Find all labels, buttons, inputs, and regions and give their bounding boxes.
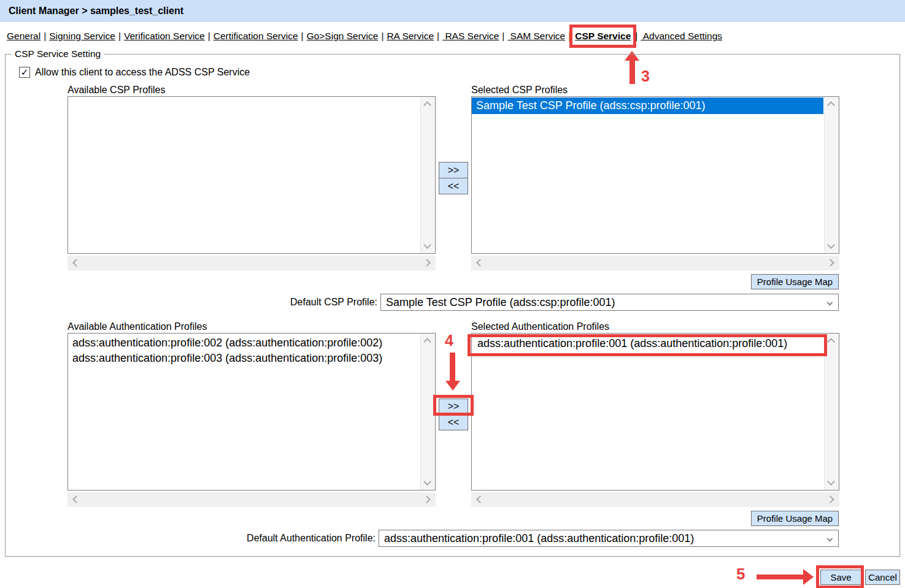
annotation-arrow-right — [803, 569, 814, 585]
scroll-left-icon[interactable] — [476, 259, 484, 267]
default-auth-profile-select[interactable]: adss:authentication:profile:001 (adss:au… — [379, 530, 839, 547]
scroll-up-icon[interactable] — [423, 338, 431, 346]
horizontal-scrollbar[interactable] — [471, 492, 839, 507]
nav-link-gosign-service[interactable]: Go>Sign Service — [307, 31, 379, 42]
scroll-right-icon[interactable] — [423, 259, 431, 267]
nav-separator: | — [434, 31, 442, 42]
annotation-arrow-right-shaft — [757, 575, 804, 579]
nav-separator: | — [298, 31, 307, 42]
list-item[interactable]: adss:authentication:profile:001 (adss:au… — [472, 335, 839, 352]
scroll-left-icon[interactable] — [72, 495, 80, 503]
chevron-down-icon — [827, 300, 833, 306]
scroll-down-icon[interactable] — [827, 241, 835, 249]
available-csp-profiles-label: Available CSP Profiles — [67, 85, 166, 96]
checkmark-icon: ✓ — [21, 67, 29, 77]
scroll-up-icon[interactable] — [423, 101, 431, 109]
nav-separator: | — [115, 31, 124, 42]
list-item[interactable]: adss:authentication:profile:002 (adss:au… — [68, 335, 435, 351]
default-auth-profile-label: Default Authentication Profile: — [202, 533, 375, 544]
selected-csp-profiles-label: Selected CSP Profiles — [471, 85, 568, 96]
csp-profile-usage-map-button[interactable]: Profile Usage Map — [751, 274, 839, 289]
nav-separator: | — [378, 31, 387, 42]
nav-link-certification-service[interactable]: Certification Service — [214, 31, 298, 42]
nav-link-ras-service[interactable]: RAS Service — [442, 31, 499, 42]
annotation-arrow-down — [445, 381, 460, 391]
vertical-scrollbar[interactable] — [420, 97, 435, 253]
selected-auth-profiles-label: Selected Authentication Profiles — [471, 321, 609, 332]
available-csp-profiles-listbox[interactable] — [67, 96, 436, 254]
selected-csp-profiles-listbox[interactable]: Sample Test CSP Profile (adss:csp:profil… — [471, 96, 839, 254]
csp-move-left-button[interactable]: << — [439, 178, 468, 194]
list-item[interactable]: Sample Test CSP Profile (adss:csp:profil… — [472, 97, 823, 114]
nav-separator: | — [632, 31, 641, 42]
header-bar: Client Manager > samples_test_client — [0, 0, 905, 22]
scroll-right-icon[interactable] — [826, 495, 834, 503]
vertical-scrollbar[interactable] — [824, 334, 839, 490]
scroll-left-icon[interactable] — [72, 259, 80, 267]
allow-csp-checkbox[interactable]: ✓ — [19, 67, 30, 78]
csp-move-right-button[interactable]: >> — [439, 162, 468, 178]
auth-move-left-button[interactable]: << — [439, 414, 468, 430]
scroll-right-icon[interactable] — [423, 495, 431, 503]
allow-csp-checkbox-label: Allow this client to access the ADSS CSP… — [35, 67, 250, 78]
fieldset-legend: CSP Service Setting — [12, 48, 104, 59]
available-auth-profiles-label: Available Authentication Profiles — [67, 321, 207, 332]
nav-link-csp-service[interactable]: CSP Service — [569, 25, 636, 48]
nav-separator: | — [499, 31, 507, 42]
horizontal-scrollbar[interactable] — [67, 256, 436, 270]
default-csp-profile-value: Sample Test CSP Profile (adss:csp:profil… — [386, 296, 615, 308]
nav-link-signing-service[interactable]: Signing Service — [49, 31, 115, 42]
list-item[interactable]: adss:authentication:profile:003 (adss:au… — [68, 351, 435, 366]
cancel-button[interactable]: Cancel — [865, 570, 900, 585]
vertical-scrollbar[interactable] — [420, 334, 435, 490]
annotation-step-4: 4 — [445, 332, 453, 349]
default-csp-profile-label: Default CSP Profile: — [242, 297, 377, 308]
scroll-down-icon[interactable] — [827, 478, 835, 486]
annotation-arrow-down-shaft — [450, 353, 455, 381]
scroll-up-icon[interactable] — [827, 338, 835, 346]
nav-link-ra-service[interactable]: RA Service — [387, 31, 434, 42]
scroll-up-icon[interactable] — [827, 101, 835, 109]
page-title: Client Manager > samples_test_client — [9, 0, 905, 22]
nav-link-sam-service[interactable]: SAM Service — [507, 31, 565, 42]
vertical-scrollbar[interactable] — [824, 97, 839, 253]
nav-link-general[interactable]: General — [7, 31, 40, 42]
annotation-step-5: 5 — [736, 565, 745, 584]
nav-separator: | — [205, 31, 214, 42]
default-csp-profile-select[interactable]: Sample Test CSP Profile (adss:csp:profil… — [380, 294, 839, 311]
horizontal-scrollbar[interactable] — [67, 492, 436, 507]
default-auth-profile-value: adss:authentication:profile:001 (adss:au… — [384, 532, 694, 544]
scroll-down-icon[interactable] — [423, 478, 431, 486]
save-button[interactable]: Save — [820, 570, 861, 585]
nav-link-advanced-settings[interactable]: Advanced Settings — [641, 31, 722, 42]
auth-move-right-button[interactable]: >> — [439, 399, 468, 414]
selected-auth-profiles-listbox[interactable]: adss:authentication:profile:001 (adss:au… — [471, 333, 839, 491]
auth-profile-usage-map-button[interactable]: Profile Usage Map — [751, 511, 839, 526]
scroll-left-icon[interactable] — [476, 495, 484, 503]
scroll-right-icon[interactable] — [826, 259, 834, 267]
nav-link-verification-service[interactable]: Verification Service — [124, 31, 205, 42]
available-auth-profiles-listbox[interactable]: adss:authentication:profile:002 (adss:au… — [67, 333, 436, 491]
scroll-down-icon[interactable] — [423, 241, 431, 249]
horizontal-scrollbar[interactable] — [471, 256, 839, 270]
nav-separator: | — [40, 31, 49, 42]
chevron-down-icon — [827, 536, 833, 542]
service-tabs-nav: General | Signing Service | Verification… — [7, 27, 722, 45]
